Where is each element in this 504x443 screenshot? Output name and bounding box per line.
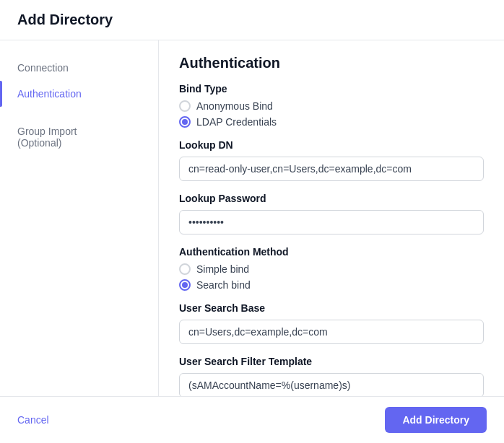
lookup-password-group: Lookup Password xyxy=(179,193,484,234)
lookup-password-label: Lookup Password xyxy=(179,193,484,204)
user-search-filter-group: User Search Filter Template xyxy=(179,356,484,396)
modal-title: Add Directory xyxy=(17,12,487,28)
sidebar-item-authentication[interactable]: Authentication xyxy=(0,81,158,107)
bind-type-label: Bind Type xyxy=(179,83,484,95)
sidebar-item-label: Group Import (Optional) xyxy=(17,126,77,149)
lookup-password-input[interactable] xyxy=(179,210,484,234)
auth-method-group: Authentication Method Simple bind Search… xyxy=(179,246,484,291)
ldap-credentials-option[interactable]: LDAP Credentials xyxy=(179,116,484,128)
user-search-filter-label: User Search Filter Template xyxy=(179,356,484,367)
search-bind-label: Search bind xyxy=(196,279,251,291)
bind-type-radio-group: Anonymous Bind LDAP Credentials xyxy=(179,100,484,128)
search-bind-option[interactable]: Search bind xyxy=(179,279,484,291)
sidebar: Connection Authentication Group Import (… xyxy=(0,40,159,396)
sidebar-item-group-import[interactable]: Group Import (Optional) xyxy=(0,107,158,156)
modal-body: Connection Authentication Group Import (… xyxy=(0,40,504,396)
anonymous-bind-option[interactable]: Anonymous Bind xyxy=(179,100,484,112)
anonymous-bind-label: Anonymous Bind xyxy=(196,100,273,112)
content-area: Authentication Bind Type Anonymous Bind … xyxy=(159,40,504,396)
search-bind-radio[interactable] xyxy=(179,279,191,291)
ldap-credentials-label: LDAP Credentials xyxy=(196,116,277,128)
simple-bind-radio[interactable] xyxy=(179,263,191,275)
simple-bind-label: Simple bind xyxy=(196,263,249,275)
user-search-base-group: User Search Base xyxy=(179,302,484,344)
sidebar-item-connection[interactable]: Connection xyxy=(0,55,158,81)
modal: Add Directory Connection Authentication … xyxy=(0,0,504,443)
sidebar-item-label: Authentication xyxy=(17,88,82,100)
lookup-dn-group: Lookup DN xyxy=(179,139,484,181)
ldap-credentials-radio[interactable] xyxy=(179,116,191,128)
modal-header: Add Directory xyxy=(0,0,504,40)
section-title: Authentication xyxy=(179,55,484,71)
sidebar-item-label: Connection xyxy=(17,62,69,74)
auth-method-label: Authentication Method xyxy=(179,246,484,258)
simple-bind-option[interactable]: Simple bind xyxy=(179,263,484,275)
bind-type-group: Bind Type Anonymous Bind LDAP Credential… xyxy=(179,83,484,128)
user-search-base-label: User Search Base xyxy=(179,302,484,314)
auth-method-radio-group: Simple bind Search bind xyxy=(179,263,484,291)
lookup-dn-input[interactable] xyxy=(179,157,484,181)
user-search-base-input[interactable] xyxy=(179,320,484,344)
anonymous-bind-radio[interactable] xyxy=(179,100,191,112)
lookup-dn-label: Lookup DN xyxy=(179,139,484,151)
modal-footer: Cancel Add Directory xyxy=(0,396,504,443)
cancel-button[interactable]: Cancel xyxy=(17,408,49,431)
user-search-filter-input[interactable] xyxy=(179,373,484,396)
add-directory-button[interactable]: Add Directory xyxy=(385,407,487,433)
